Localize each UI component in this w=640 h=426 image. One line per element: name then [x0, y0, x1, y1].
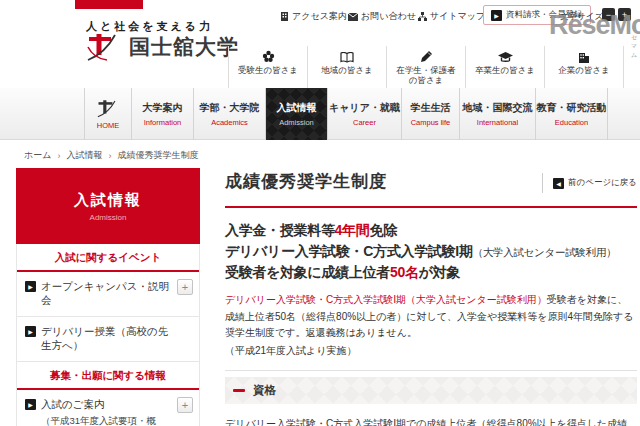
tab-community[interactable]: 地域の皆さま [307, 46, 386, 88]
description-paragraph: デリバリー入学試験・C方式入学試験Ⅰ期（大学入試センター試験利用）受験者を対象に… [225, 292, 637, 359]
tab-alumni[interactable]: 卒業生の皆さま [465, 46, 544, 88]
section-divider [225, 370, 637, 371]
mail-icon [348, 13, 358, 21]
nav-international[interactable]: 地域・国際交流 International [460, 88, 536, 140]
lead-line-3: 受験者を対象に成績上位者50名が対象 [225, 262, 637, 283]
arrow-square-icon: ▶ [491, 10, 502, 21]
title-row: 成績優秀奨学生制度 ◀ 前のページに戻る [225, 170, 637, 208]
sidebar: 入試情報 Admission 入試に関するイベント ▶ オープンキャンパス・説明… [16, 168, 200, 426]
sidebar-group-application: 募集・出願に関する情報 [17, 362, 199, 390]
red-dash-icon [233, 389, 245, 392]
kokushikan-logo-icon [84, 32, 124, 62]
page-title: 成績優秀奨学生制度 [225, 170, 387, 193]
implementation-note: （平成21年度入試より実施） [225, 343, 637, 360]
site-logo-text: 国士舘大学 [129, 33, 239, 61]
main-nav: HOME 大学案内 Information 学部・大学院 Academics 入… [84, 88, 608, 140]
breadcrumb: ホーム › 入試情報 › 成績優秀奨学生制度 [24, 149, 198, 162]
expand-plus-button[interactable]: + [177, 397, 193, 413]
sidebar-group-events: 入試に関するイベント [17, 244, 199, 272]
breadcrumb-admission[interactable]: 入試情報 [66, 149, 102, 162]
audience-tabs: 受験生の皆さま 地域の皆さま 在学生・保護者の皆さま 卒業生の皆さま 企業の皆さ… [228, 46, 624, 88]
nav-education[interactable]: 教育・研究活動 Education [536, 88, 608, 140]
tab-examinees[interactable]: 受験生の皆さま [228, 46, 307, 88]
back-to-previous-link[interactable]: ◀ 前のページに戻る [542, 173, 637, 193]
font-size-increase-button[interactable]: + [618, 8, 631, 21]
sidebar-header[interactable]: 入試情報 Admission [16, 168, 200, 244]
access-link[interactable]: アクセス案内 [280, 10, 347, 23]
nav-information[interactable]: 大学案内 Information [132, 88, 194, 140]
font-size-decrease-button[interactable]: − [602, 8, 615, 21]
brand-red-tab [75, 0, 143, 9]
arrow-square-icon: ▶ [25, 399, 36, 410]
breadcrumb-separator: › [108, 151, 111, 161]
nav-career[interactable]: キャリア・就職 Career [328, 88, 402, 140]
breadcrumb-home[interactable]: ホーム [24, 149, 51, 162]
breadcrumb-current: 成績優秀奨学生制度 [117, 149, 198, 162]
lead-line-2: デリバリー入学試験・C方式入学試験I期（大学入試センター試験利用） [225, 241, 637, 262]
arrow-square-icon: ▶ [25, 326, 36, 337]
home-logo-icon [95, 99, 121, 118]
breadcrumb-separator: › [57, 151, 60, 161]
expand-plus-button[interactable]: + [177, 279, 193, 295]
sidebar-item-open-campus[interactable]: ▶ オープンキャンパス・説明会 + [17, 272, 199, 317]
book-icon [340, 49, 354, 63]
arrow-square-icon: ▶ [25, 281, 36, 292]
nav-academics[interactable]: 学部・大学院 Academics [194, 88, 266, 140]
tab-companies[interactable]: 企業の皆さま [544, 46, 624, 88]
page: 人と社会を支える力 国士舘大学 アクセス案内 お問い合わせ サイトマップ ▶ [0, 0, 640, 426]
building-icon [280, 12, 289, 21]
back-arrow-square-icon: ◀ [553, 178, 564, 189]
office-building-icon [578, 49, 590, 63]
sitemap-icon [418, 12, 427, 21]
font-size-label: 文字サイズ [560, 11, 603, 23]
nav-campus-life[interactable]: 学生生活 Campus life [402, 88, 460, 140]
graduation-cap-icon [498, 49, 513, 63]
lead-statement: 入学金・授業料等4年間免除 デリバリー入学試験・C方式入学試験I期（大学入試セン… [225, 220, 637, 283]
sidebar-item-delivery-class[interactable]: ▶ デリバリー授業（高校の先生方へ） [17, 317, 199, 362]
resemom-watermark-sub: リセマム [631, 24, 640, 60]
qualification-body: デリバリー入学試験・C方式入学試験Ⅰ期での成績上位者（総得点80%以上を得点した… [225, 415, 637, 426]
qualification-title: 資格 [253, 383, 276, 398]
sidebar-item-admission-guide[interactable]: ▶ 入試のご案内 （平成31年度入試要項・概要） + [17, 390, 199, 426]
sidebar-item-note: （平成31年度入試要項・概要） [41, 415, 173, 426]
flower-icon [262, 49, 275, 63]
qualification-section-header: 資格 [225, 377, 637, 404]
main-content: 成績優秀奨学生制度 ◀ 前のページに戻る 入学金・授業料等4年間免除 デリバリー… [225, 170, 637, 426]
contact-link[interactable]: お問い合わせ [348, 10, 416, 23]
pencil-icon [420, 49, 433, 63]
site-logo[interactable]: 国士舘大学 [84, 32, 239, 62]
tab-students-parents[interactable]: 在学生・保護者の皆さま [386, 46, 465, 88]
lead-line-1: 入学金・授業料等4年間免除 [225, 220, 637, 241]
sidebar-menu: 入試に関するイベント ▶ オープンキャンパス・説明会 + ▶ デリバリー授業（高… [16, 244, 200, 426]
nav-home[interactable]: HOME [84, 88, 132, 140]
nav-admission[interactable]: 入試情報 Admission [266, 88, 328, 140]
sitemap-link[interactable]: サイトマップ [418, 10, 485, 23]
